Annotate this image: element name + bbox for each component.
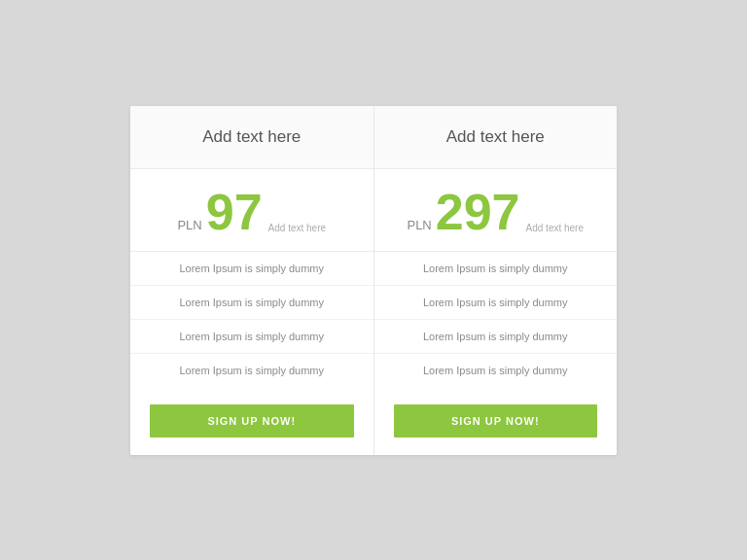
card-footer: SIGN UP NOW! <box>130 387 374 455</box>
card-footer: SIGN UP NOW! <box>374 387 618 455</box>
currency-label: PLN <box>177 218 201 232</box>
card-header: Add text here <box>130 106 374 169</box>
card-header: Add text here <box>374 106 618 169</box>
feature-item: Lorem Ipsum is simply dummy <box>130 286 374 320</box>
feature-item: Lorem Ipsum is simply dummy <box>374 354 618 387</box>
price-amount: 297 <box>436 187 520 237</box>
feature-item: Lorem Ipsum is simply dummy <box>374 320 618 354</box>
price-section: PLN297Add text here <box>374 169 618 252</box>
feature-item: Lorem Ipsum is simply dummy <box>374 286 618 320</box>
feature-item: Lorem Ipsum is simply dummy <box>130 252 374 286</box>
features-list: Lorem Ipsum is simply dummyLorem Ipsum i… <box>130 252 374 387</box>
price-subtitle: Add text here <box>526 223 584 237</box>
pricing-table: Add text herePLN97Add text hereLorem Ips… <box>130 106 617 455</box>
price-subtitle: Add text here <box>268 223 326 237</box>
signup-button[interactable]: SIGN UP NOW! <box>150 404 354 438</box>
pricing-card-1: Add text herePLN97Add text hereLorem Ips… <box>130 106 374 455</box>
pricing-card-2: Add text herePLN297Add text hereLorem Ip… <box>374 106 618 455</box>
feature-item: Lorem Ipsum is simply dummy <box>130 320 374 354</box>
price-amount: 97 <box>206 187 263 237</box>
card-title: Add text here <box>150 127 354 147</box>
currency-label: PLN <box>407 218 431 232</box>
features-list: Lorem Ipsum is simply dummyLorem Ipsum i… <box>374 252 618 387</box>
card-title: Add text here <box>394 127 598 147</box>
signup-button[interactable]: SIGN UP NOW! <box>394 404 598 438</box>
feature-item: Lorem Ipsum is simply dummy <box>374 252 618 286</box>
feature-item: Lorem Ipsum is simply dummy <box>130 354 374 387</box>
price-section: PLN97Add text here <box>130 169 374 252</box>
